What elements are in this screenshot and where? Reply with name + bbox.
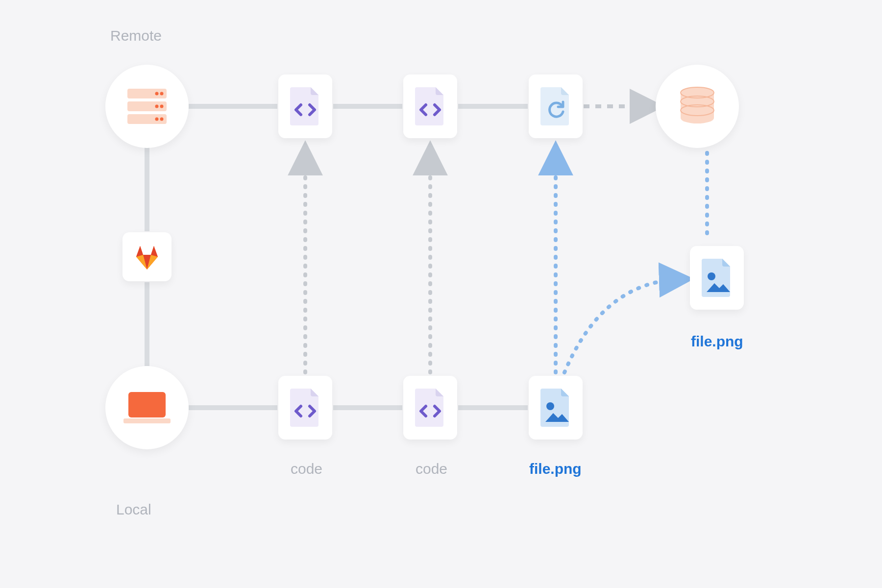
code-file-icon	[413, 85, 447, 127]
svg-point-29	[708, 272, 715, 280]
svg-rect-22	[128, 392, 166, 417]
file-local-label: file.png	[529, 461, 582, 477]
code-file-icon	[288, 387, 322, 429]
svg-point-16	[155, 92, 159, 96]
svg-rect-23	[123, 418, 171, 423]
image-file-icon	[700, 257, 734, 299]
server-node	[105, 65, 189, 148]
code-file-local-2	[403, 376, 457, 440]
sync-file-remote	[529, 74, 583, 138]
gitlab-icon	[131, 241, 163, 272]
database-icon	[673, 82, 722, 131]
svg-point-28	[546, 402, 554, 410]
sync-file-icon	[539, 85, 573, 127]
file-remote-label: file.png	[691, 333, 743, 350]
gitlab-node	[122, 232, 172, 281]
remote-label: Remote	[110, 27, 162, 44]
svg-point-19	[160, 105, 164, 108]
code-file-icon	[288, 85, 322, 127]
image-file-icon	[539, 387, 573, 429]
svg-point-21	[160, 118, 164, 121]
image-file-local	[529, 376, 583, 440]
image-file-remote	[690, 246, 744, 310]
svg-point-20	[155, 118, 159, 121]
svg-point-17	[160, 92, 164, 96]
diagram-stage: Remote Local code code file.png file.png	[0, 0, 882, 588]
code-file-local-1	[278, 376, 332, 440]
code-file-remote-1	[278, 74, 332, 138]
server-icon	[122, 82, 172, 131]
database-node	[656, 65, 739, 148]
laptop-icon	[118, 383, 176, 432]
code-label-1: code	[291, 461, 322, 477]
code-label-2: code	[416, 461, 447, 477]
svg-point-18	[155, 105, 159, 108]
code-file-icon	[413, 387, 447, 429]
laptop-node	[105, 366, 189, 449]
local-label: Local	[116, 501, 151, 518]
code-file-remote-2	[403, 74, 457, 138]
